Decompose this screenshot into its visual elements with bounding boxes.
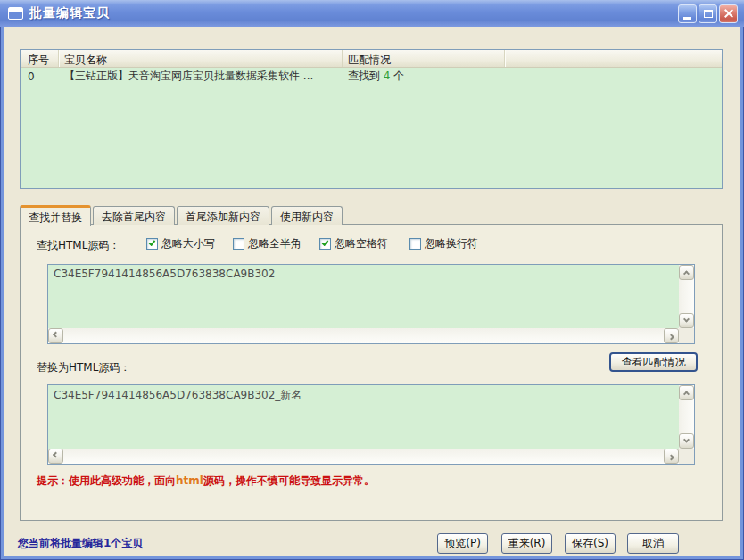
checkbox-label: 忽略大小写 — [161, 236, 215, 251]
chevron-up-icon — [683, 270, 690, 276]
tab-bar: 查找并替换 去除首尾内容 首尾添加新内容 使用新内容 — [20, 204, 344, 225]
close-button[interactable] — [719, 4, 738, 23]
scrollbar-corner — [679, 449, 694, 464]
scrollbar-corner — [679, 328, 694, 343]
checkbox-label: 忽略换行符 — [425, 236, 478, 251]
replace-source-label: 替换为HTML源码： — [37, 360, 130, 375]
title-bar[interactable]: 批量编辑宝贝 — [0, 0, 744, 27]
tab-find-and-replace[interactable]: 查找并替换 — [20, 205, 91, 226]
vertical-scrollbar[interactable] — [679, 265, 694, 328]
column-header-extra — [505, 50, 722, 67]
checkbox-ignore-case[interactable]: 忽略大小写 — [146, 236, 215, 251]
window-icon — [8, 7, 23, 20]
checkbox-box[interactable] — [319, 238, 331, 250]
find-source-textarea[interactable]: C34E5F7941414856A5D763838CA9B302 — [47, 264, 695, 344]
row-match-status: 查找到 4 个 — [343, 69, 505, 84]
horizontal-scrollbar[interactable] — [48, 449, 679, 464]
save-button[interactable]: 保存(S) — [565, 533, 616, 554]
vertical-scrollbar[interactable] — [679, 385, 694, 449]
checkbox-box[interactable] — [146, 238, 158, 250]
find-source-value[interactable]: C34E5F7941414856A5D763838CA9B302 — [48, 265, 679, 328]
scroll-left-button[interactable] — [48, 328, 63, 343]
preview-button[interactable]: 预览(P) — [437, 533, 488, 554]
green-check-icon — [322, 239, 329, 246]
row-index: 0 — [21, 70, 59, 83]
scroll-up-button[interactable] — [679, 385, 694, 400]
column-header-name[interactable]: 宝贝名称 — [59, 50, 343, 67]
column-header-match[interactable]: 匹配情况 — [343, 50, 505, 67]
items-table: 序号 宝贝名称 匹配情况 0 【三钻正版】天音淘宝网店宝贝批量数据采集软件 ..… — [20, 49, 723, 189]
tab-use-new-content[interactable]: 使用新内容 — [271, 206, 343, 225]
chevron-right-icon — [668, 454, 674, 460]
scroll-right-button[interactable] — [664, 449, 679, 464]
warning-text: 提示：使用此高级功能，面向html源码，操作不慎可能导致显示异常。 — [37, 474, 375, 489]
scroll-down-button[interactable] — [679, 313, 694, 328]
maximize-icon — [704, 10, 713, 18]
checkbox-ignore-spaces[interactable]: 忽略空格符 — [319, 236, 388, 251]
checkbox-label: 忽略空格符 — [335, 236, 388, 251]
checkbox-box[interactable] — [233, 238, 244, 250]
window-controls — [678, 4, 738, 23]
chevron-down-icon — [683, 317, 690, 323]
horizontal-scrollbar[interactable] — [48, 328, 679, 343]
checkbox-ignore-linebreaks[interactable]: 忽略换行符 — [409, 236, 478, 251]
scroll-up-button[interactable] — [679, 265, 694, 280]
scroll-right-button[interactable] — [664, 328, 679, 343]
table-row[interactable]: 0 【三钻正版】天音淘宝网店宝贝批量数据采集软件 ... 查找到 4 个 — [21, 68, 722, 85]
find-source-label: 查找HTML源码： — [37, 238, 120, 253]
chevron-up-icon — [683, 391, 690, 397]
column-header-index[interactable]: 序号 — [21, 50, 59, 67]
chevron-right-icon — [668, 334, 674, 340]
green-check-icon — [149, 239, 156, 246]
checkbox-ignore-width[interactable]: 忽略全半角 — [233, 236, 302, 251]
chevron-left-icon — [53, 332, 59, 338]
cancel-button[interactable]: 取消 — [627, 533, 679, 554]
status-text: 您当前将批量编辑1个宝贝 — [18, 536, 143, 551]
tab-panel-find-replace: 查找HTML源码： 忽略大小写 忽略全半角 忽略空格符 忽略换行符 C34E5F… — [20, 224, 723, 521]
table-header: 序号 宝贝名称 匹配情况 — [21, 50, 722, 68]
maximize-button[interactable] — [699, 4, 717, 23]
chevron-down-icon — [683, 437, 690, 443]
chevron-left-icon — [53, 452, 59, 458]
replace-source-value[interactable]: C34E5F7941414856A5D763838CA9B302_新名 — [48, 385, 679, 449]
minimize-icon — [683, 17, 691, 20]
window-title: 批量编辑宝贝 — [29, 5, 110, 21]
row-item-name: 【三钻正版】天音淘宝网店宝贝批量数据采集软件 ... — [59, 69, 343, 84]
warning-html-highlight: html — [176, 474, 203, 487]
tab-remove-head-tail[interactable]: 去除首尾内容 — [93, 206, 175, 225]
scroll-left-button[interactable] — [48, 449, 63, 464]
checkbox-label: 忽略全半角 — [248, 236, 302, 251]
redo-button[interactable]: 重来(R) — [501, 533, 552, 554]
view-match-button[interactable]: 查看匹配情况 — [609, 352, 698, 372]
tab-append-head-tail[interactable]: 首尾添加新内容 — [177, 206, 269, 225]
scroll-down-button[interactable] — [679, 433, 694, 449]
dialog-body: 序号 宝贝名称 匹配情况 0 【三钻正版】天音淘宝网店宝贝批量数据采集软件 ..… — [4, 27, 740, 556]
close-icon — [723, 8, 734, 19]
replace-source-textarea[interactable]: C34E5F7941414856A5D763838CA9B302_新名 — [47, 384, 695, 465]
batch-edit-dialog: 批量编辑宝贝 序号 宝贝名称 匹配情况 0 【三钻正版】天音淘宝网店宝贝批量数据… — [0, 0, 744, 560]
checkbox-box[interactable] — [409, 238, 421, 250]
minimize-button[interactable] — [678, 4, 697, 23]
